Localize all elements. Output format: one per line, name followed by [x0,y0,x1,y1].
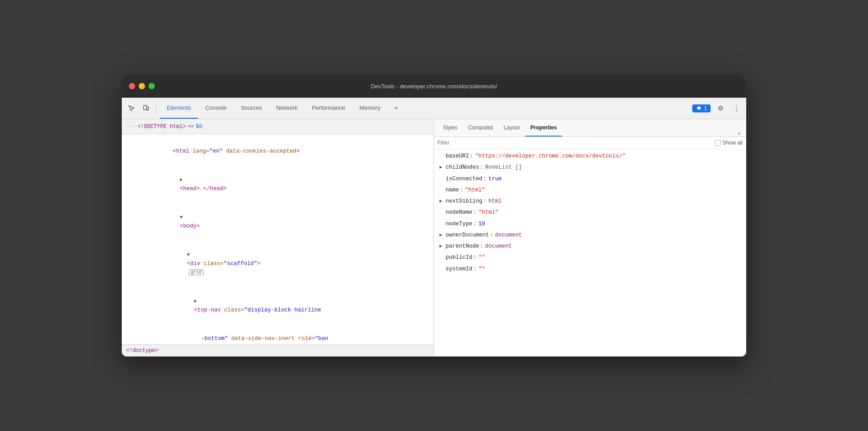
minimize-button[interactable] [139,83,145,89]
close-button[interactable] [129,83,135,89]
more-options-button[interactable]: ⋮ [730,102,743,115]
props-tabs: Styles Computed Layout Properties » [434,119,746,137]
dom-footer: <!doctype> [122,344,434,356]
topnav-arrow: ► [194,298,197,304]
dom-tree[interactable]: <html lang="en" data-cookies-accepted> ►… [122,134,434,344]
tab-performance[interactable]: Performance [305,98,352,119]
settings-button[interactable]: ⚙ [714,102,727,115]
main-content: ··· <!DOCTYPE html> == $0 <html lang="en… [122,119,746,356]
scaffold-arrow: ▼ [187,252,190,257]
head-arrow: ► [180,177,183,182]
prop-nextsibling[interactable]: ► nextSibling : html [434,196,746,207]
tab-memory[interactable]: Memory [352,98,388,119]
tab-sources[interactable]: Sources [234,98,269,119]
prop-expand-arrow: ► [439,231,446,240]
window-controls [129,83,155,89]
prop-nodetype[interactable]: nodeType : 10 [434,219,746,230]
breadcrumb-dollar: $0 [196,124,202,130]
devtools-window: DevTools - developer.chrome.com/docs/dev… [122,75,746,356]
tab-console[interactable]: Console [198,98,234,119]
show-all-checkbox[interactable] [715,140,721,146]
dom-topnav-continuation: -bottom" data-side-nav-inert role="ban [122,324,434,344]
dom-panel: ··· <!DOCTYPE html> == $0 <html lang="en… [122,119,434,356]
prop-expand-arrow: ► [439,242,446,251]
body-arrow: ▼ [180,215,183,220]
prop-baseuri[interactable]: baseURI : "https://developer.chrome.com/… [434,151,746,162]
window-title: DevTools - developer.chrome.com/docs/dev… [371,83,497,90]
svg-rect-0 [144,105,147,110]
svg-rect-1 [147,107,149,110]
dom-head-node[interactable]: ► <head>…</head> [122,166,434,203]
prop-isconnected[interactable]: isConnected : true [434,174,746,185]
tab-layout[interactable]: Layout [498,119,525,137]
titlebar: DevTools - developer.chrome.com/docs/dev… [122,75,746,98]
main-tabs: Elements Console Sources Network Perform… [160,98,405,119]
prop-expand-arrow: ► [439,197,446,206]
inspect-element-icon[interactable] [125,102,138,115]
prop-expand-arrow: ► [439,163,446,172]
props-panel: Styles Computed Layout Properties » [434,119,746,356]
prop-publicid[interactable]: publicId : "" [434,252,746,263]
filter-input[interactable] [438,140,715,146]
prop-nodename[interactable]: nodeName : "html" [434,207,746,218]
toolbar: Elements Console Sources Network Perform… [122,98,746,119]
dom-topnav-node[interactable]: ► <top-nav class="display-block hairline [122,287,434,324]
prop-childnodes[interactable]: ► childNodes : NodeList [] [434,162,746,173]
dom-breadcrumb: ··· <!DOCTYPE html> == $0 [122,119,434,134]
prop-systemid[interactable]: systemId : "" [434,264,746,275]
tab-more[interactable]: » [388,98,405,119]
dom-html-node[interactable]: <html lang="en" data-cookies-accepted> [122,137,434,166]
device-toolbar-icon[interactable] [140,102,152,115]
props-tab-more[interactable]: » [736,129,743,137]
tab-styles[interactable]: Styles [438,119,463,137]
breadcrumb-dots: ··· [126,124,136,130]
tab-elements[interactable]: Elements [160,98,198,119]
prop-name[interactable]: name : "html" [434,185,746,196]
notification-badge[interactable]: 1 [692,104,711,112]
prop-ownerdocument[interactable]: ► ownerDocument : document [434,230,746,241]
devtools-body: Elements Console Sources Network Perform… [122,98,746,356]
dom-body-node[interactable]: ▼ <body> [122,203,434,240]
breadcrumb-tag: <!DOCTYPE html> [138,124,186,130]
props-filter-bar: Show all [434,137,746,149]
tab-properties[interactable]: Properties [525,119,562,137]
show-all-label[interactable]: Show all [715,140,743,146]
tab-network[interactable]: Network [269,98,305,119]
maximize-button[interactable] [149,83,155,89]
dom-scaffold-node[interactable]: ▼ <div class="scaffold"> grid [122,240,434,287]
toolbar-icon-group [125,102,156,115]
breadcrumb-eq: == [188,124,194,130]
toolbar-right-controls: 1 ⚙ ⋮ [692,102,743,115]
grid-badge[interactable]: grid [189,269,204,275]
prop-parentnode[interactable]: ► parentNode : document [434,241,746,252]
tab-computed[interactable]: Computed [463,119,498,137]
properties-list: baseURI : "https://developer.chrome.com/… [434,149,746,356]
